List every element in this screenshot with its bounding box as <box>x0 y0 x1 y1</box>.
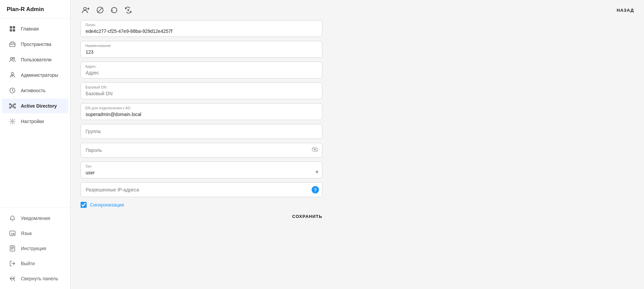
collapse-icon <box>9 275 16 282</box>
address-field-group: Адрес <box>81 62 322 78</box>
svg-rect-2 <box>10 29 12 32</box>
svg-point-18 <box>84 7 86 10</box>
svg-point-10 <box>9 104 11 105</box>
sidebar-nav: Главная Пространства Пользователи Админи… <box>0 18 70 208</box>
group-field-group <box>81 124 322 139</box>
base-dn-input[interactable] <box>81 82 322 99</box>
sidebar-item-label: Уведомления <box>21 216 50 221</box>
dn-input[interactable] <box>81 103 322 120</box>
sidebar-item-settings[interactable]: Настройки <box>2 114 68 129</box>
sidebar-item-label: Настройки <box>21 119 44 124</box>
sidebar-item-label: Пространства <box>21 42 51 47</box>
sync-row: Синхронизация <box>81 202 322 208</box>
sidebar-item-label: Выйти <box>21 261 35 266</box>
type-field-group: Тип user admin superadmin ▾ <box>81 162 322 178</box>
users-icon <box>9 56 16 63</box>
svg-point-12 <box>9 107 11 108</box>
svg-point-6 <box>13 58 15 59</box>
svg-rect-17 <box>10 246 15 251</box>
sidebar-item-active-directory[interactable]: Active Directory <box>2 99 68 113</box>
svg-rect-0 <box>10 26 12 28</box>
dn-field-group: DN для подключения к AD <box>81 103 322 120</box>
add-user-button[interactable] <box>81 5 91 15</box>
svg-rect-4 <box>10 43 15 47</box>
sync-label[interactable]: Синхронизация <box>90 202 124 208</box>
svg-point-7 <box>11 72 14 75</box>
gear-icon <box>9 118 16 125</box>
svg-point-11 <box>14 104 15 105</box>
svg-text:AB: AB <box>11 232 15 235</box>
login-input[interactable] <box>81 20 322 37</box>
name-input[interactable] <box>81 41 322 58</box>
base-dn-field-group: Базовый DN <box>81 82 322 99</box>
sidebar-item-home[interactable]: Главная <box>2 21 68 36</box>
svg-rect-1 <box>13 26 15 28</box>
ad-icon <box>9 102 16 110</box>
ip-input[interactable] <box>81 182 322 197</box>
sidebar-item-admins[interactable]: Администраторы <box>2 68 68 82</box>
ip-field-group: ? <box>81 182 322 197</box>
svg-point-5 <box>10 57 12 59</box>
clock-icon <box>9 87 16 94</box>
toolbar-icons <box>81 5 612 15</box>
help-icon[interactable]: ? <box>312 186 319 193</box>
form-area: Логин Наименование Адрес Базовый DN DN д… <box>71 19 332 230</box>
sidebar-item-label: Active Directory <box>21 103 57 109</box>
address-input[interactable] <box>81 62 322 78</box>
sidebar-item-label: Активность <box>21 88 46 93</box>
sidebar-item-logout[interactable]: Выйти <box>2 256 68 271</box>
type-select[interactable]: user admin superadmin <box>81 162 322 178</box>
sidebar-item-label: Пользователи <box>21 57 51 62</box>
sidebar-item-label: Свернуть панель <box>21 276 58 281</box>
back-button[interactable]: НАЗАД <box>617 8 634 13</box>
sidebar-item-label: Язык <box>21 231 32 236</box>
name-field-group: Наименование <box>81 41 322 58</box>
svg-rect-3 <box>13 29 15 32</box>
sidebar-item-label: Главная <box>21 26 39 32</box>
block-button[interactable] <box>95 5 105 15</box>
sidebar: Plan-R Admin Главная Пространства Пользо… <box>0 0 71 289</box>
sidebar-item-language[interactable]: AB Язык <box>2 226 68 241</box>
group-input[interactable] <box>81 124 322 139</box>
toolbar: НАЗАД <box>71 0 644 19</box>
sidebar-item-activity[interactable]: Активность <box>2 83 68 98</box>
refresh-button[interactable] <box>109 5 120 15</box>
sidebar-item-label: Администраторы <box>21 72 58 78</box>
lang-icon: AB <box>9 230 16 237</box>
bell-icon <box>9 215 16 222</box>
svg-point-13 <box>14 107 15 108</box>
login-field-group: Логин <box>81 20 322 37</box>
sidebar-item-label: Инструкция <box>21 246 46 251</box>
password-input[interactable] <box>81 143 322 158</box>
sidebar-item-users[interactable]: Пользователи <box>2 52 68 67</box>
app-title: Plan-R Admin <box>0 0 70 18</box>
box-icon <box>9 41 16 48</box>
sync-settings-button[interactable] <box>123 5 134 15</box>
sync-checkbox[interactable] <box>81 202 87 208</box>
sidebar-item-spaces[interactable]: Пространства <box>2 37 68 52</box>
grid-icon <box>9 25 16 33</box>
admin-icon <box>9 71 16 79</box>
svg-point-14 <box>12 121 13 122</box>
save-button[interactable]: СОХРАНИТЬ <box>292 213 322 220</box>
book-icon <box>9 245 16 252</box>
sidebar-item-collapse[interactable]: Свернуть панель <box>2 271 68 286</box>
save-row: СОХРАНИТЬ <box>81 213 322 220</box>
password-field-group <box>81 143 322 158</box>
sidebar-item-instruction[interactable]: Инструкция <box>2 241 68 256</box>
main-content: НАЗАД Логин Наименование Адрес Базовый D… <box>71 0 644 289</box>
sidebar-item-notifications[interactable]: Уведомления <box>2 211 68 226</box>
logout-icon <box>9 260 16 267</box>
svg-point-9 <box>11 105 13 107</box>
toggle-password-icon[interactable] <box>312 147 318 154</box>
sidebar-bottom: Уведомления AB Язык Инструкция Выйти <box>0 208 70 289</box>
